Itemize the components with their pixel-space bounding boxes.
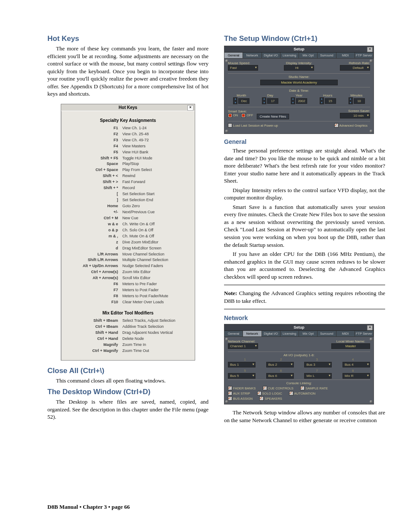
alt-io-6-dropdown[interactable]: Bus 6 <box>266 373 294 379</box>
hotkey-desc: View Ch. 49-72 <box>122 137 190 143</box>
cue-controls-checkbox[interactable]: CUE CONTROLS <box>263 386 294 390</box>
sample-rate-checkbox[interactable]: SAMPLE RATE <box>300 386 328 390</box>
tab-midi[interactable]: MIDI <box>336 53 355 58</box>
tab-network[interactable]: Network <box>243 331 262 336</box>
hotkey-desc: Rewind <box>122 173 190 179</box>
create-new-files-button[interactable]: Create New Files <box>257 114 289 119</box>
local-mixer-name-field[interactable]: Master <box>331 343 370 349</box>
local-mixer-name-label: Local Mixer Name: <box>331 339 370 343</box>
hotkey-row: Ctrl + IBeamAdditive Track Selection <box>66 324 190 330</box>
hotkey-key: Shift + F5 <box>66 156 122 162</box>
load-last-session-checkbox[interactable]: Load Last Session at Power-up <box>228 123 278 128</box>
tab-surround[interactable]: Surround <box>318 53 336 58</box>
hotkey-desc: View HUI Bank <box>122 149 190 156</box>
hotkey-desc: Zoom Time In <box>122 342 190 348</box>
close-icon[interactable]: × <box>187 105 193 111</box>
bus-assign-checkbox[interactable]: BUS ASSIGN <box>228 396 252 401</box>
alt-io-4-dropdown[interactable]: Bus 4 <box>342 362 370 367</box>
hotkey-key: Ctrl + Space <box>66 167 122 173</box>
tab-mix-opt[interactable]: Mix Opt <box>299 331 318 336</box>
hotkey-key: Shift + IBeam <box>66 318 122 324</box>
alt-io-2-dropdown[interactable]: Bus 2 <box>266 362 294 367</box>
tab-licensing[interactable]: Licensing <box>280 53 299 58</box>
hotkey-key: Alt + Arrow(s) <box>66 275 122 281</box>
hotkey-key: w & e <box>66 221 122 227</box>
hotkey-desc: Meters to Post Fader <box>122 287 190 293</box>
close-icon[interactable]: × <box>367 325 373 330</box>
hotkey-row: F3View Ch. 49-72 <box>66 137 190 143</box>
screw-icon <box>225 130 228 133</box>
alt-io-8-dropdown[interactable]: Mix R <box>342 373 370 379</box>
hotkey-key: m & , <box>66 233 122 240</box>
hotkey-desc: Zoom Mix Editor <box>122 269 190 275</box>
advanced-graphics-checkbox[interactable]: Advanced Graphics <box>334 123 367 128</box>
alt-io-num: 7 <box>300 369 334 372</box>
refresh-rate-dropdown[interactable]: Default <box>340 65 370 71</box>
tab-surround[interactable]: Surround <box>318 331 336 336</box>
tab-ftp-server[interactable]: FTP Server <box>355 331 374 336</box>
console-linking-label: Console Linking: <box>228 380 370 385</box>
cb-label: FADER BANKS <box>233 386 256 390</box>
solo-logic-checkbox[interactable]: SOLO LOGIC <box>257 391 282 395</box>
network-channel-dropdown[interactable]: Channel 1 <box>228 343 258 349</box>
hotkey-desc: Drag Adjacent Nodes Vertical <box>122 330 190 336</box>
automation-checkbox[interactable]: AUTOMATION <box>289 391 315 395</box>
tab-general[interactable]: General <box>224 53 243 58</box>
hotkey-desc: Ch. Mute On & Off <box>122 233 190 240</box>
tab-network[interactable]: Network <box>243 53 262 58</box>
alt-io-num: 4 <box>336 358 371 361</box>
hotkey-row: MagnifyZoom Time In <box>66 342 190 348</box>
hours-value: 15 <box>325 98 336 104</box>
alt-io-7-dropdown[interactable]: Mix L <box>304 373 332 379</box>
screen-saver-dropdown[interactable]: 10 min <box>340 113 370 118</box>
network-channel-label: Network Channel: <box>228 339 258 343</box>
alt-io-3-dropdown[interactable]: Bus 3 <box>304 362 332 367</box>
hotkey-desc: Toggle HUI Mode <box>122 156 190 162</box>
smart-save-off-radio[interactable]: OFF <box>241 113 253 118</box>
tab-digital-io[interactable]: Digital I/O <box>262 331 280 336</box>
alt-io-num: 5 <box>228 369 262 372</box>
tab-licensing[interactable]: Licensing <box>280 331 299 336</box>
mouse-speed-dropdown[interactable]: Fast <box>228 65 258 71</box>
hours-spin[interactable]: ▲▼ <box>320 97 324 104</box>
smart-save-on-radio[interactable]: ON <box>228 113 238 118</box>
hotkey-row: Ctrl + Arrow(s)Zoom Mix Editor <box>66 269 190 275</box>
hotkey-desc: Drag MixEditor Screen <box>122 246 190 252</box>
hotkey-desc: Record <box>122 185 190 191</box>
hotkey-desc: Move Channel Selection <box>122 252 190 258</box>
day-spin[interactable]: ▲▼ <box>262 97 266 104</box>
month-spin[interactable]: ▲▼ <box>233 97 237 104</box>
page-footer: D8B Manual • Chapter 3 • page 66 <box>47 504 130 510</box>
close-all-paragraph: This command closes all open floating wi… <box>47 377 209 385</box>
aux-strip-checkbox[interactable]: AUX STRIP <box>228 391 250 395</box>
speakers-checkbox[interactable]: SPEAKERS <box>259 396 282 401</box>
hotkey-key: F7 <box>66 287 122 293</box>
tab-ftp-server[interactable]: FTP Server <box>355 53 374 58</box>
setup-window-titlebar: Setup × <box>224 324 374 331</box>
hotkey-desc: New Cue <box>122 215 190 221</box>
tab-digital-io[interactable]: Digital I/O <box>262 53 280 58</box>
hotkey-desc: Dive Zoom MixEditor <box>122 240 190 246</box>
hotkey-row: Shift + *Record <box>66 185 190 191</box>
tab-general[interactable]: General <box>224 331 243 336</box>
fader-banks-checkbox[interactable]: FADER BANKS <box>228 386 256 390</box>
alt-io-num: 1 <box>228 358 262 361</box>
hotkey-key: Ctrl + Magnify <box>66 348 122 354</box>
heading-close-all: Close All (Ctrl+\) <box>47 367 209 375</box>
display-intensity-dropdown[interactable]: Hi <box>284 65 314 71</box>
alt-io-1-dropdown[interactable]: Bus 1 <box>228 362 255 367</box>
alt-io-num: 3 <box>300 358 334 361</box>
close-icon[interactable]: × <box>367 47 373 52</box>
screw-icon <box>225 400 228 403</box>
alt-io-5-dropdown[interactable]: Bus 5 <box>228 373 255 379</box>
mouse-speed-label: Mouse Speed: <box>228 61 274 65</box>
hotkey-row: Shift + <Rewind <box>66 173 190 179</box>
tab-midi[interactable]: MIDI <box>336 331 355 336</box>
tab-mix-opt[interactable]: Mix Opt <box>299 53 318 58</box>
screen-saver-label: Screen Saver: <box>340 109 370 113</box>
hotkey-row: ]Set Selection End <box>66 197 190 203</box>
minutes-spin[interactable]: ▲▼ <box>349 97 353 104</box>
studio-name-field[interactable]: Mackie World Academy <box>260 80 338 85</box>
smart-save-label: Smart Save: <box>228 109 289 113</box>
year-spin[interactable]: ▲▼ <box>291 97 295 104</box>
